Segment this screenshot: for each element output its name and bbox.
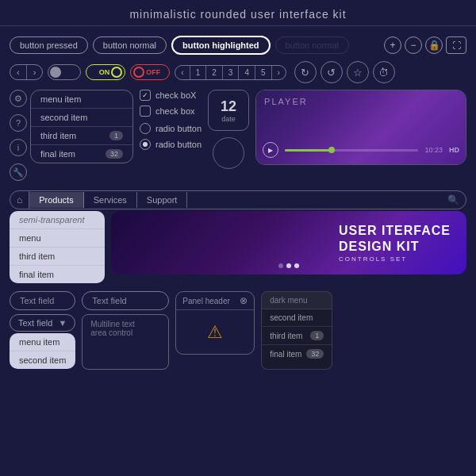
checkbox-label-1: check boX bbox=[155, 90, 196, 100]
toggle-off-knob bbox=[133, 67, 144, 78]
circle-widget[interactable] bbox=[213, 137, 244, 169]
page-1[interactable]: 1 bbox=[190, 66, 207, 79]
dark-menu: dark menu second item third item 1 final… bbox=[261, 291, 332, 370]
dropdown-menu: semi-transparent menu third item final i… bbox=[10, 211, 105, 283]
btn-normal[interactable]: button normal bbox=[93, 36, 167, 54]
clock-icon[interactable]: ⏱ bbox=[373, 61, 395, 83]
menu-list: menu item second item third item 1 final… bbox=[30, 90, 133, 163]
nav-bar: ⌂ Products Services Support 🔍 bbox=[10, 190, 466, 209]
hero-dot-1 bbox=[278, 263, 283, 268]
dropdown-item-third[interactable]: third item bbox=[10, 248, 105, 266]
dark-menu-item-2[interactable]: third item 1 bbox=[262, 327, 332, 345]
page-2[interactable]: 2 bbox=[206, 66, 223, 79]
menu-item-4[interactable]: final item 32 bbox=[31, 145, 132, 163]
dropdown-item-menu[interactable]: menu bbox=[10, 229, 105, 248]
dark-menu-badge-3: 32 bbox=[306, 349, 324, 359]
radio-label-1: radio button bbox=[155, 124, 202, 133]
hero-title: USER ITERFACEDESIGN KIT bbox=[339, 223, 451, 253]
nav-tab-services[interactable]: Services bbox=[84, 192, 137, 208]
dropdown-field-col: Text field ▼ menu item second item bbox=[10, 314, 75, 369]
text-field-1[interactable]: Text field bbox=[10, 291, 75, 310]
dropdown-field[interactable]: Text field ▼ bbox=[10, 314, 75, 332]
checkbox-1[interactable]: ✓ check boX bbox=[140, 90, 202, 101]
nav-home-icon[interactable]: ⌂ bbox=[10, 191, 29, 209]
progress-bar[interactable] bbox=[285, 149, 418, 152]
dropdown-item-final[interactable]: final item bbox=[10, 266, 105, 283]
expand-icon[interactable]: ⛶ bbox=[446, 36, 466, 54]
menu-item-2[interactable]: second item bbox=[31, 109, 132, 127]
checkbox-label-2: check box bbox=[155, 106, 195, 116]
dark-menu-item-3[interactable]: final item 32 bbox=[262, 345, 332, 363]
page-4[interactable]: 4 bbox=[239, 66, 255, 79]
arrow-left[interactable]: ‹ bbox=[10, 65, 27, 79]
warning-icon: ⚠ bbox=[207, 322, 223, 343]
menu-item-3[interactable]: third item 1 bbox=[31, 127, 132, 145]
dropdown-item-semi[interactable]: semi-transparent bbox=[10, 211, 105, 229]
menu-item-3-label: third item bbox=[40, 131, 76, 140]
nav-search-icon[interactable]: 🔍 bbox=[441, 192, 466, 208]
panel-col: Panel header ⊗ ⚠ bbox=[175, 291, 255, 370]
radio-2[interactable]: radio button bbox=[140, 139, 202, 150]
toggle-on-knob bbox=[111, 67, 122, 78]
plus-icon[interactable]: + bbox=[384, 36, 401, 54]
gear-icon[interactable]: ⚙ bbox=[10, 90, 27, 107]
dropdown-arrow-icon: ▼ bbox=[58, 318, 67, 328]
nav-row: ⌂ Products Services Support 🔍 bbox=[0, 187, 476, 211]
page-prev[interactable]: ‹ bbox=[175, 66, 190, 79]
refresh-icon[interactable]: ↻ bbox=[294, 61, 317, 83]
radio-inner-2 bbox=[143, 142, 148, 147]
bottom-row: Text field Text field ▼ menu item second… bbox=[0, 288, 476, 373]
toggle-off[interactable]: OFF bbox=[130, 64, 170, 80]
star-icon[interactable]: ☆ bbox=[347, 61, 369, 83]
checkbox-2[interactable]: check box bbox=[140, 106, 202, 117]
player-controls: ▶ 10:23 HD bbox=[263, 142, 459, 158]
checkboxes-radios: ✓ check boX check box radio button bbox=[140, 90, 202, 150]
text-field-1-col: Text field Text field ▼ menu item second… bbox=[10, 291, 75, 370]
lock-icon[interactable]: 🔒 bbox=[425, 36, 443, 54]
page-next[interactable]: › bbox=[272, 66, 286, 79]
middle-widgets: ✓ check boX check box radio button bbox=[140, 90, 249, 184]
question-icon[interactable]: ? bbox=[10, 114, 27, 132]
panel-close-icon[interactable]: ⊗ bbox=[240, 295, 248, 306]
btn-highlighted[interactable]: button highlighted bbox=[171, 36, 271, 55]
panel-header-label: Panel header bbox=[182, 297, 230, 305]
btn-disabled[interactable]: button normal bbox=[275, 36, 349, 54]
radio-group: radio button radio button bbox=[140, 123, 202, 150]
text-field-2[interactable]: Text field bbox=[82, 291, 169, 310]
dd-item-2[interactable]: second item bbox=[10, 351, 75, 369]
page-3[interactable]: 3 bbox=[223, 66, 240, 79]
menu-item-4-label: final item bbox=[40, 149, 75, 159]
toggle-on[interactable]: ON bbox=[86, 64, 125, 80]
hero-dot-2 bbox=[286, 263, 291, 268]
dd-item-1[interactable]: menu item bbox=[10, 333, 75, 351]
info-icon[interactable]: i bbox=[10, 139, 27, 156]
hero-subtitle: CONTROLS SET bbox=[339, 255, 451, 263]
multiline-textarea[interactable]: Multiline textarea control bbox=[82, 314, 169, 370]
radio-1[interactable]: radio button bbox=[140, 123, 202, 134]
menu-item-1[interactable]: menu item bbox=[31, 90, 132, 109]
menu-item-1-label: menu item bbox=[40, 94, 81, 104]
page-container: minimalistic rounded user interface kit … bbox=[0, 0, 476, 373]
undo-icon[interactable]: ↺ bbox=[321, 61, 343, 83]
wrench-icon[interactable]: 🔧 bbox=[10, 163, 27, 181]
hero-dot-3 bbox=[294, 263, 299, 268]
arrow-right[interactable]: › bbox=[27, 65, 43, 79]
main-area: ⚙ ? i 🔧 menu item second item third item… bbox=[0, 86, 476, 187]
radio-outer-1 bbox=[140, 123, 151, 134]
checkmark-1: ✓ bbox=[142, 91, 148, 99]
nav-tab-support[interactable]: Support bbox=[137, 192, 188, 208]
page-5[interactable]: 5 bbox=[255, 66, 272, 79]
checkbox-group: ✓ check boX check box bbox=[140, 90, 202, 117]
calendar-widget[interactable]: 12 date bbox=[208, 90, 249, 131]
nav-tab-products[interactable]: Products bbox=[29, 192, 83, 208]
btn-pressed[interactable]: button pressed bbox=[10, 36, 88, 54]
dark-menu-item-1[interactable]: second item bbox=[262, 309, 332, 327]
dropdown-section: semi-transparent menu third item final i… bbox=[10, 211, 105, 283]
dropdown-open-menu: menu item second item bbox=[10, 333, 75, 369]
toggle-off-switch[interactable] bbox=[48, 64, 81, 80]
play-button[interactable]: ▶ bbox=[263, 142, 278, 158]
radio-label-2: radio button bbox=[155, 140, 202, 149]
minus-icon[interactable]: − bbox=[405, 36, 422, 54]
menu-section: ⚙ ? i 🔧 menu item second item third item… bbox=[10, 90, 133, 184]
panel-header: Panel header ⊗ bbox=[176, 292, 254, 310]
